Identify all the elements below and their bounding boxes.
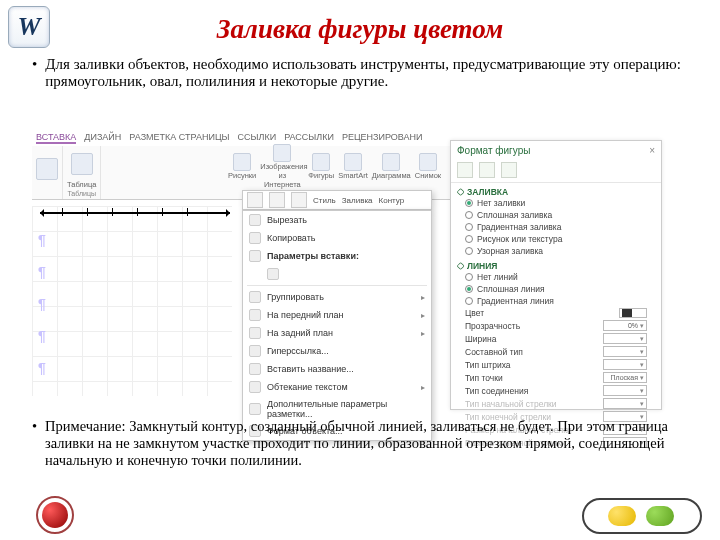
tab-review[interactable]: РЕЦЕНЗИРОВАНИ <box>342 132 423 144</box>
tab-design[interactable]: ДИЗАЙН <box>84 132 121 144</box>
online-pictures-button[interactable] <box>273 144 291 162</box>
outline-button[interactable] <box>291 192 307 208</box>
line-solid[interactable]: Сплошная линия <box>457 283 655 295</box>
close-icon[interactable]: × <box>649 145 655 156</box>
fill-picture[interactable]: Рисунок или текстура <box>457 233 655 245</box>
caption-icon <box>249 363 261 375</box>
fill-tab-icon[interactable] <box>457 162 473 178</box>
line-heading[interactable]: ЛИНИЯ <box>457 261 655 271</box>
group-icon <box>249 291 261 303</box>
pane-title: Формат фигуры <box>457 145 530 156</box>
smartart-button[interactable] <box>344 153 362 171</box>
chart-button[interactable] <box>382 153 400 171</box>
ctx-paste-icons[interactable] <box>243 265 431 283</box>
nav-back-button[interactable] <box>42 502 68 528</box>
body1-text: Для заливки объектов, необходимо использ… <box>45 56 696 90</box>
line-dash[interactable]: Тип штриха <box>457 358 655 371</box>
fill-button[interactable] <box>269 192 285 208</box>
line-transparency[interactable]: Прозрачность0% <box>457 319 655 332</box>
tab-references[interactable]: ССЫЛКИ <box>238 132 277 144</box>
ribbon-group-pages <box>32 146 63 199</box>
front-icon <box>249 309 261 321</box>
line-compound[interactable]: Составной тип <box>457 345 655 358</box>
copy-icon <box>249 232 261 244</box>
pilcrow-icon: ¶ <box>38 232 46 248</box>
ctx-send-back[interactable]: На задний план▸ <box>243 324 431 342</box>
pilcrow-icon: ¶ <box>38 296 46 312</box>
word-screenshot: ВСТАВКА ДИЗАЙН РАЗМЕТКА СТРАНИЦЫ ССЫЛКИ … <box>32 130 662 410</box>
nav-yellow-button[interactable] <box>608 506 636 526</box>
paste-option-icon[interactable] <box>267 268 279 280</box>
line-color[interactable]: Цвет <box>457 307 655 319</box>
ctx-bring-front[interactable]: На передний план▸ <box>243 306 431 324</box>
paste-icon <box>249 250 261 262</box>
fill-heading[interactable]: ЗАЛИВКА <box>457 187 655 197</box>
wrap-icon <box>249 381 261 393</box>
body2-text: Примечание: Замкнутый контур, созданный … <box>45 418 696 469</box>
line-gradient[interactable]: Градиентная линия <box>457 295 655 307</box>
layout-tab-icon[interactable] <box>501 162 517 178</box>
link-icon <box>249 345 261 357</box>
tab-layout[interactable]: РАЗМЕТКА СТРАНИЦЫ <box>129 132 229 144</box>
screenshot-button[interactable] <box>419 153 437 171</box>
line-none[interactable]: Нет линий <box>457 271 655 283</box>
ctx-caption[interactable]: Вставить название... <box>243 360 431 378</box>
tab-mailings[interactable]: РАССЫЛКИ <box>284 132 334 144</box>
context-menu[interactable]: Вырезать Копировать Параметры вставки: Г… <box>242 210 432 441</box>
layout-icon <box>249 403 261 415</box>
mini-toolbar[interactable]: Стиль Заливка Контур <box>242 190 432 210</box>
ctx-paste-options[interactable]: Параметры вставки: <box>243 247 431 265</box>
begin-arrow-type: Тип начальной стрелки <box>457 397 655 410</box>
ribbon-group-tables: Таблица Таблицы <box>63 146 101 199</box>
pictures-button[interactable] <box>233 153 251 171</box>
ctx-cut[interactable]: Вырезать <box>243 211 431 229</box>
body-text-1: •Для заливки объектов, необходимо исполь… <box>32 56 696 90</box>
ctx-wrap[interactable]: Обтекание текстом▸ <box>243 378 431 396</box>
pilcrow-icon: ¶ <box>38 328 46 344</box>
fill-none[interactable]: Нет заливки <box>457 197 655 209</box>
cut-icon <box>249 214 261 226</box>
tab-insert[interactable]: ВСТАВКА <box>36 132 76 144</box>
fill-solid[interactable]: Сплошная заливка <box>457 209 655 221</box>
pages-icon[interactable] <box>36 158 58 180</box>
fill-gradient[interactable]: Градиентная заливка <box>457 221 655 233</box>
document-canvas[interactable]: ¶ ¶ ¶ ¶ ¶ <box>32 206 232 396</box>
arrow-shape[interactable] <box>40 212 230 214</box>
format-shape-pane[interactable]: Формат фигуры × ЗАЛИВКА Нет заливки Спло… <box>450 140 662 410</box>
line-cap[interactable]: Тип точкиПлоская <box>457 371 655 384</box>
pilcrow-icon: ¶ <box>38 264 46 280</box>
page-title: Заливка фигуры цветом <box>0 14 720 45</box>
nav-green-button[interactable] <box>646 506 674 526</box>
nav-buttons <box>582 498 702 534</box>
ctx-group[interactable]: Группировать▸ <box>243 288 431 306</box>
body-text-2: •Примечание: Замкнутый контур, созданный… <box>32 418 696 469</box>
shapes-button[interactable] <box>312 153 330 171</box>
line-join[interactable]: Тип соединения <box>457 384 655 397</box>
ctx-copy[interactable]: Копировать <box>243 229 431 247</box>
table-button[interactable] <box>71 153 93 175</box>
effects-tab-icon[interactable] <box>479 162 495 178</box>
back-icon <box>249 327 261 339</box>
pilcrow-icon: ¶ <box>38 360 46 376</box>
style-button[interactable] <box>247 192 263 208</box>
line-width[interactable]: Ширина <box>457 332 655 345</box>
fill-pattern[interactable]: Узорная заливка <box>457 245 655 257</box>
ctx-hyperlink[interactable]: Гиперссылка... <box>243 342 431 360</box>
